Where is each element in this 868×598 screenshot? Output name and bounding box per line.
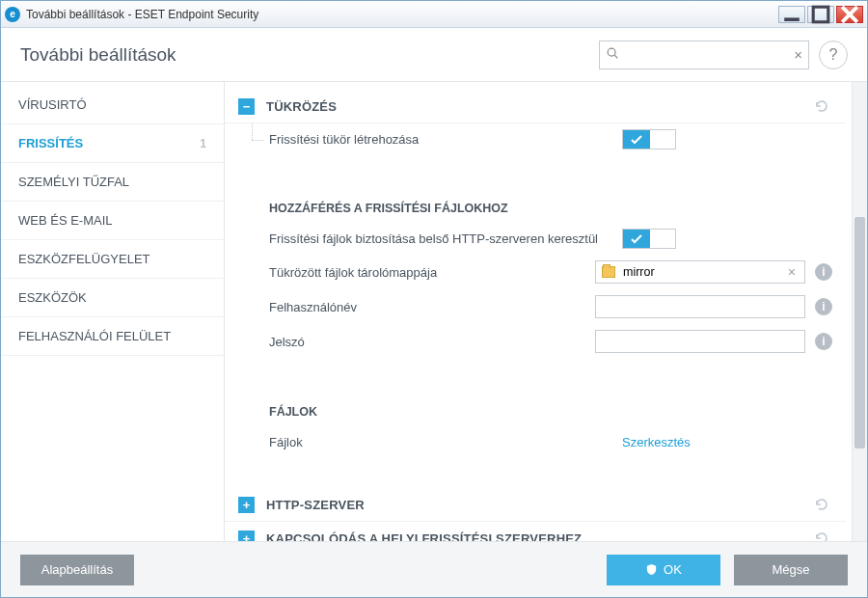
ok-button[interactable]: OK xyxy=(607,555,720,585)
sidebar-item-label: FELHASZNÁLÓI FELÜLET xyxy=(18,329,171,343)
sidebar-item-tools[interactable]: ESZKÖZÖK xyxy=(1,279,224,317)
header: További beállítások × ? xyxy=(1,28,867,82)
content-wrap: − TÜKRÖZÉS Frissítési tükör létrehozása xyxy=(225,82,867,541)
section-header-local-update-connect[interactable]: + KAPCSOLÓDÁS A HELYI FRISSÍTÉSI SZERVER… xyxy=(225,522,846,541)
section-header-http-server[interactable]: + HTTP-SZERVER xyxy=(225,488,846,522)
section-header-mirror[interactable]: − TÜKRÖZÉS xyxy=(225,90,846,123)
minimize-button[interactable] xyxy=(778,6,805,23)
info-icon[interactable]: i xyxy=(815,263,832,281)
toggle-http-serve[interactable] xyxy=(622,229,676,249)
default-button[interactable]: Alapbeállítás xyxy=(20,555,134,585)
check-icon xyxy=(623,130,650,149)
content: − TÜKRÖZÉS Frissítési tükör létrehozása xyxy=(225,82,852,541)
row-username: Felhasználónév i xyxy=(225,289,846,324)
check-icon xyxy=(623,230,650,248)
maximize-button[interactable] xyxy=(807,6,834,23)
window-controls xyxy=(778,6,863,23)
label-create-mirror: Frissítési tükör létrehozása xyxy=(269,132,622,147)
titlebar: e További beállítások - ESET Endpoint Se… xyxy=(1,1,867,28)
sidebar-item-firewall[interactable]: SZEMÉLYI TŰZFAL xyxy=(1,163,224,202)
section-files: FÁJLOK Fájlok Szerkesztés xyxy=(225,390,846,457)
cancel-button[interactable]: Mégse xyxy=(734,555,848,585)
sidebar-item-label: SZEMÉLYI TŰZFAL xyxy=(18,175,129,189)
search-input[interactable] xyxy=(623,46,790,63)
close-button[interactable] xyxy=(836,6,863,23)
input-username[interactable] xyxy=(595,295,805,318)
section-title: HTTP-SZERVER xyxy=(266,498,811,512)
mirror-folder-field[interactable] xyxy=(621,264,785,280)
label-http-serve: Frissítési fájlok biztosítása belső HTTP… xyxy=(269,231,622,246)
sidebar-item-antivirus[interactable]: VÍRUSIRTÓ xyxy=(1,86,224,124)
app-window: e További beállítások - ESET Endpoint Se… xyxy=(0,0,868,598)
sidebar-item-web-email[interactable]: WEB ÉS E-MAIL xyxy=(1,202,224,240)
row-mirror-folder: Tükrözött fájlok tárolómappája × i xyxy=(225,255,846,289)
subsection-title-access: HOZZÁFÉRÉS A FRISSÍTÉSI FÁJLOKHOZ xyxy=(225,186,846,223)
ok-button-label: OK xyxy=(664,562,682,577)
info-icon[interactable]: i xyxy=(815,333,832,350)
search-clear-icon[interactable]: × xyxy=(794,46,802,63)
revert-icon[interactable] xyxy=(811,496,832,513)
collapse-icon[interactable]: − xyxy=(238,98,255,115)
row-files: Fájlok Szerkesztés xyxy=(225,426,846,457)
label-files: Fájlok xyxy=(269,435,622,449)
sidebar-badge: 1 xyxy=(200,137,206,150)
folder-icon xyxy=(602,266,615,278)
search-icon xyxy=(606,46,619,64)
help-button[interactable]: ? xyxy=(819,41,848,69)
svg-rect-1 xyxy=(813,7,828,22)
footer: Alapbeállítás OK Mégse xyxy=(1,541,867,597)
body: VÍRUSIRTÓ FRISSÍTÉS 1 SZEMÉLYI TŰZFAL WE… xyxy=(1,82,867,541)
label-password: Jelszó xyxy=(269,335,595,349)
sidebar-item-update[interactable]: FRISSÍTÉS 1 xyxy=(1,124,224,163)
sidebar-item-ui[interactable]: FELHASZNÁLÓI FELÜLET xyxy=(1,317,224,356)
sidebar-item-label: VÍRUSIRTÓ xyxy=(18,97,87,112)
section-title: KAPCSOLÓDÁS A HELYI FRISSÍTÉSI SZERVERHE… xyxy=(266,531,811,542)
subsection-title-files: FÁJLOK xyxy=(225,390,846,426)
label-username: Felhasználónév xyxy=(269,300,595,314)
section-mirror: − TÜKRÖZÉS Frissítési tükör létrehozása xyxy=(225,90,846,155)
link-edit-files[interactable]: Szerkesztés xyxy=(622,435,691,449)
sidebar-item-device-control[interactable]: ESZKÖZFELÜGYELET xyxy=(1,240,224,279)
search-box[interactable]: × xyxy=(599,41,809,69)
input-password[interactable] xyxy=(595,330,805,353)
toggle-create-mirror[interactable] xyxy=(622,129,676,150)
page-title: További beállítások xyxy=(20,44,599,66)
row-create-mirror: Frissítési tükör létrehozása xyxy=(225,123,846,155)
row-http-serve: Frissítési fájlok biztosítása belső HTTP… xyxy=(225,223,846,255)
label-mirror-folder: Tükrözött fájlok tárolómappája xyxy=(269,265,595,280)
shield-icon xyxy=(645,563,658,576)
scrollbar-thumb[interactable] xyxy=(854,217,865,448)
clear-icon[interactable]: × xyxy=(785,264,799,280)
sidebar-item-label: ESZKÖZÖK xyxy=(18,290,87,305)
svg-line-5 xyxy=(614,55,617,58)
username-field[interactable] xyxy=(602,299,799,314)
svg-point-4 xyxy=(608,48,615,56)
row-password: Jelszó i xyxy=(225,324,846,359)
sidebar: VÍRUSIRTÓ FRISSÍTÉS 1 SZEMÉLYI TŰZFAL WE… xyxy=(1,82,225,541)
input-mirror-folder[interactable]: × xyxy=(595,260,805,284)
sidebar-item-label: WEB ÉS E-MAIL xyxy=(18,213,113,228)
sidebar-item-label: FRISSÍTÉS xyxy=(18,136,83,150)
window-title: További beállítások - ESET Endpoint Secu… xyxy=(26,8,778,21)
password-field[interactable] xyxy=(602,334,799,349)
revert-icon[interactable] xyxy=(811,97,832,115)
expand-icon[interactable]: + xyxy=(238,530,255,542)
info-icon[interactable]: i xyxy=(815,298,832,315)
section-title: TÜKRÖZÉS xyxy=(266,99,811,114)
eset-logo-icon: e xyxy=(5,7,20,22)
section-access: HOZZÁFÉRÉS A FRISSÍTÉSI FÁJLOKHOZ Frissí… xyxy=(225,186,846,359)
expand-icon[interactable]: + xyxy=(238,497,255,513)
sidebar-item-label: ESZKÖZFELÜGYELET xyxy=(18,252,150,266)
revert-icon[interactable] xyxy=(811,530,832,541)
scrollbar[interactable] xyxy=(852,82,867,541)
